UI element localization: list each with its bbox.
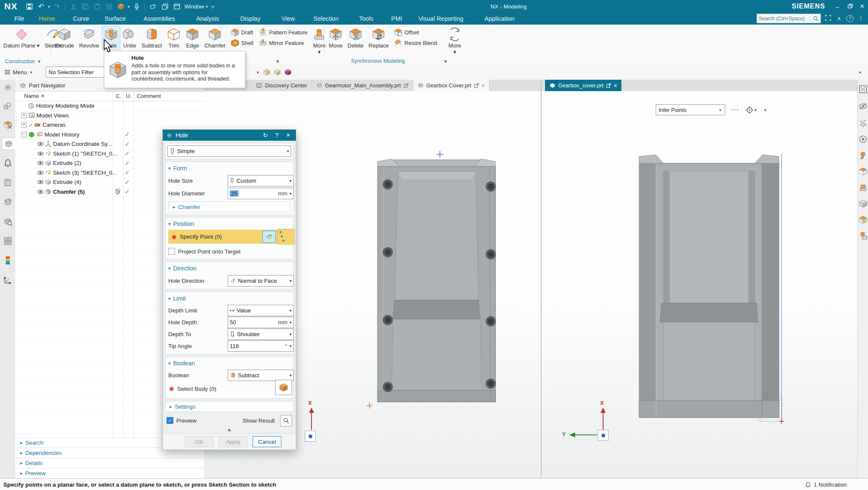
column-c[interactable]: C. (116, 93, 121, 99)
show-hide-body-icon[interactable] (263, 69, 270, 76)
mirror-feature-button[interactable]: Mirror Feature (259, 39, 307, 47)
resize-blend-button[interactable]: Resize Blend (394, 39, 437, 47)
pattern-body-icon[interactable] (859, 183, 868, 192)
gearbox-cover-model-front[interactable] (633, 150, 785, 426)
boolean-dropdown[interactable]: Subtract ▾ (228, 370, 294, 381)
move-object-icon[interactable] (859, 119, 868, 128)
preview-checkbox[interactable]: ✓ (167, 417, 173, 424)
save-button[interactable] (25, 2, 34, 11)
limit-section-header[interactable]: ▾Limit (168, 295, 290, 302)
select-body-button[interactable] (275, 380, 292, 395)
wireframe-body-icon[interactable] (274, 69, 281, 76)
notification-area[interactable]: 1 Notification (805, 482, 847, 488)
constraint-navigator-icon[interactable] (2, 119, 14, 131)
close-button[interactable]: × (856, 0, 868, 13)
assembly-navigator-icon[interactable] (2, 100, 14, 112)
project-point-row[interactable]: Project Point onto Target (168, 246, 290, 257)
menu-button[interactable]: Menu ▾ (4, 69, 33, 75)
synchronous-group-dropdown[interactable]: ▾ (444, 58, 447, 64)
feature-spark-icon[interactable] (859, 215, 868, 224)
show-hide-icon[interactable] (859, 102, 868, 111)
tree-row-history-mode[interactable]: History Modeling Mode (15, 101, 204, 111)
toolbar-overflow-caret[interactable]: ▾ (257, 70, 259, 75)
specify-point-row[interactable]: ∗ Specify Point (0) + + + (168, 230, 290, 244)
wcs-origin-handle[interactable] (598, 430, 609, 441)
feature-group-dropdown[interactable]: ▾ (276, 58, 279, 64)
datum-plane-button[interactable]: Datum Plane ▾ (1, 26, 42, 50)
restore-button[interactable] (844, 0, 856, 13)
paste-special-icon[interactable] (104, 2, 114, 11)
notifications-bell-icon[interactable] (2, 157, 14, 169)
cascade-windows-icon[interactable] (160, 2, 170, 11)
subtract-button[interactable]: Subtract (139, 26, 164, 50)
menu-tools[interactable]: Tools (355, 13, 378, 25)
search-input[interactable] (757, 16, 813, 22)
menu-pmi[interactable]: PMI (387, 13, 406, 25)
dialog-collapse-arrow[interactable]: ▲ (163, 427, 296, 433)
shaded-body-icon[interactable] (284, 69, 292, 76)
tab-gearbox-cover[interactable]: Gearbox Cover.prt × (413, 80, 490, 91)
right-viewport[interactable]: Infer Points ▾ ··· ▾ ▾ (542, 91, 857, 478)
replace-face-button[interactable]: Replace (366, 26, 392, 50)
shell-body-icon[interactable] (859, 199, 868, 208)
sketch-section-button[interactable] (262, 231, 276, 243)
expand-icon[interactable]: + (21, 113, 27, 118)
show-result-button[interactable] (280, 415, 292, 426)
hole-diameter-value[interactable]: 25 (230, 190, 239, 197)
point-dialog-dropdown[interactable]: ▾ (754, 108, 757, 112)
snap-point-dropdown[interactable]: Infer Points ▾ (656, 104, 725, 115)
collapse-icon[interactable]: − (21, 132, 27, 137)
extrude-button[interactable]: Extrude (53, 26, 77, 50)
hole-diameter-input[interactable]: 25 mm ▾ (228, 188, 294, 199)
menu-curve[interactable]: Curve (69, 13, 94, 25)
menu-home[interactable]: Home (34, 11, 59, 26)
touch-mode-icon[interactable] (148, 2, 158, 11)
tab-gearmotor-assembly[interactable]: Gearmotor_Main_Assembly.prt (312, 80, 413, 91)
ribbon-options-icon[interactable]: ╤ (211, 4, 214, 9)
window-icon[interactable] (172, 2, 181, 11)
wcs-x-axis-arrow[interactable] (308, 407, 315, 431)
wcs-x-axis-arrow[interactable] (600, 407, 606, 431)
minimize-button[interactable]: – (832, 0, 843, 13)
undo-dropdown[interactable]: ▾ (48, 4, 50, 9)
navigator-column-header[interactable]: Name ▲ C. U. Comment (15, 92, 204, 101)
tab-discovery-center[interactable]: Discovery Center (252, 80, 312, 91)
trim-button[interactable]: Trim (164, 26, 183, 50)
play-animation-icon[interactable] (859, 135, 868, 144)
reuse-library-icon[interactable] (2, 176, 14, 188)
expand-icon[interactable]: + (21, 122, 27, 128)
chamfer-subsection[interactable]: ▸Chamfer (168, 201, 290, 212)
section-details[interactable]: ▸Details (15, 458, 204, 468)
edit-object-display-icon[interactable] (859, 151, 868, 160)
tip-angle-input[interactable]: 118 ° ▾ (228, 340, 294, 352)
hole-depth-value[interactable]: 50 (230, 319, 236, 326)
boolean-section-header[interactable]: ▾Boolean (168, 360, 290, 367)
form-section-header[interactable]: ▾Form (168, 165, 290, 172)
csys-axis-icon[interactable] (2, 274, 14, 286)
point-dialog-icon[interactable] (746, 106, 754, 114)
visibility-eye-icon[interactable] (37, 150, 44, 157)
column-comment[interactable]: Comment (137, 93, 161, 99)
roles-gear-icon[interactable] (2, 81, 14, 93)
cut-icon[interactable] (69, 2, 78, 11)
hole-depth-input[interactable]: 50 mm ▾ (228, 317, 294, 328)
toolbar2-right-overflow[interactable]: ▾ (859, 70, 861, 75)
tab-close-icon[interactable]: × (614, 82, 617, 89)
shell-button[interactable]: Shell (231, 39, 253, 47)
popout-icon[interactable] (606, 83, 611, 88)
hole-size-dropdown[interactable]: Custom ▾ (228, 175, 294, 187)
edge-blend-button[interactable]: Edge (183, 26, 202, 50)
measure-part-icon[interactable] (2, 215, 14, 227)
menu-display[interactable]: Display (236, 13, 265, 25)
visibility-eye-icon[interactable] (37, 160, 44, 166)
redo-button[interactable]: ↷ (52, 2, 61, 11)
gearbox-cover-model[interactable] (365, 154, 505, 415)
menu-analysis[interactable]: Analysis (192, 13, 223, 25)
delete-face-button[interactable]: Delete (345, 26, 366, 50)
command-cube-dropdown[interactable]: ▾ (128, 4, 130, 9)
visibility-eye-icon[interactable] (37, 170, 44, 176)
settings-section[interactable]: ▸Settings (165, 401, 294, 412)
snapbar-overflow[interactable]: ▾ (764, 108, 766, 112)
ok-button[interactable]: OK (185, 436, 214, 447)
minimize-ribbon-icon[interactable]: ∧ (835, 15, 843, 22)
